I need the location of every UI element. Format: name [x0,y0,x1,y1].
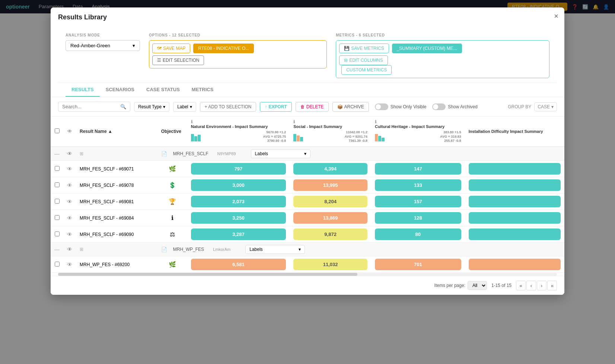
modal-overlay: Results Library × ANALYSIS MODE Red-Ambe… [0,0,615,13]
modal-close-button[interactable]: × [554,12,558,13]
modal: Results Library × ANALYSIS MODE Red-Ambe… [51,7,564,13]
modal-header: Results Library × ANALYSIS MODE Red-Ambe… [51,7,564,13]
